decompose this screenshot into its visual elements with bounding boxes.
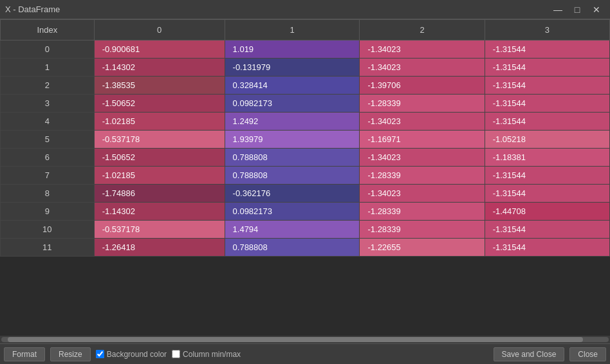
data-cell[interactable]: -1.05218: [485, 131, 609, 149]
scrollbar-thumb[interactable]: [8, 337, 583, 342]
table-row: 11-1.264180.788808-1.22655-1.31544: [1, 239, 610, 257]
data-cell[interactable]: -1.31544: [485, 95, 609, 113]
column-minmax-label: Column min/max: [183, 350, 241, 359]
index-cell: 3: [1, 95, 95, 113]
data-cell[interactable]: -1.34023: [360, 185, 485, 203]
data-cell[interactable]: -1.28339: [360, 167, 485, 185]
data-cell[interactable]: -1.14302: [94, 203, 225, 221]
minimize-button[interactable]: —: [550, 3, 566, 17]
data-cell[interactable]: -1.44708: [485, 203, 609, 221]
data-cell[interactable]: -0.537178: [94, 221, 225, 239]
index-cell: 0: [1, 41, 95, 59]
format-button[interactable]: Format: [4, 347, 45, 361]
data-cell[interactable]: 1.93979: [225, 131, 360, 149]
data-cell[interactable]: 0.788808: [225, 239, 360, 257]
data-cell[interactable]: -1.34023: [360, 41, 485, 59]
data-cell[interactable]: -1.28339: [360, 95, 485, 113]
column-minmax-checkbox[interactable]: [172, 350, 180, 358]
resize-button[interactable]: Resize: [50, 347, 91, 361]
maximize-button[interactable]: □: [569, 3, 586, 17]
data-cell[interactable]: -1.31544: [485, 113, 609, 131]
column-minmax-checkbox-label[interactable]: Column min/max: [172, 350, 241, 359]
data-cell[interactable]: -1.18381: [485, 149, 609, 167]
data-cell[interactable]: -1.38535: [94, 77, 225, 95]
table-row: 0-0.9006811.019-1.34023-1.31544: [1, 41, 610, 59]
data-cell[interactable]: -1.31544: [485, 59, 609, 77]
bottom-bar: Format Resize Background color Column mi…: [0, 343, 610, 364]
data-cell[interactable]: -1.26418: [94, 239, 225, 257]
background-color-checkbox[interactable]: [96, 350, 104, 358]
index-cell: 11: [1, 239, 95, 257]
data-cell[interactable]: 0.328414: [225, 77, 360, 95]
data-cell[interactable]: -0.900681: [94, 41, 225, 59]
data-cell[interactable]: -1.34023: [360, 59, 485, 77]
table-header-row: Index 0 1 2 3: [1, 20, 610, 41]
dataframe-table-container[interactable]: Index 0 1 2 3 0-0.9006811.019-1.34023-1.…: [0, 19, 610, 336]
close-button[interactable]: Close: [569, 347, 606, 361]
save-close-button[interactable]: Save and Close: [494, 347, 565, 361]
index-cell: 6: [1, 149, 95, 167]
data-cell[interactable]: -1.28339: [360, 203, 485, 221]
index-cell: 7: [1, 167, 95, 185]
table-row: 3-1.506520.0982173-1.28339-1.31544: [1, 95, 610, 113]
data-cell[interactable]: -1.34023: [360, 113, 485, 131]
col-header-0: 0: [94, 20, 225, 41]
background-color-label: Background color: [107, 350, 167, 359]
data-cell[interactable]: -0.131979: [225, 59, 360, 77]
index-cell: 5: [1, 131, 95, 149]
index-cell: 9: [1, 203, 95, 221]
main-content: Index 0 1 2 3 0-0.9006811.019-1.34023-1.…: [0, 19, 610, 343]
data-cell[interactable]: 0.0982173: [225, 203, 360, 221]
index-cell: 4: [1, 113, 95, 131]
data-cell[interactable]: -1.50652: [94, 149, 225, 167]
data-cell[interactable]: -1.14302: [94, 59, 225, 77]
scrollbar-track[interactable]: [1, 337, 609, 342]
table-row: 5-0.5371781.93979-1.16971-1.05218: [1, 131, 610, 149]
data-cell[interactable]: 0.788808: [225, 149, 360, 167]
data-cell[interactable]: -1.28339: [360, 221, 485, 239]
background-color-checkbox-label[interactable]: Background color: [96, 350, 167, 359]
data-cell[interactable]: -1.02185: [94, 167, 225, 185]
data-cell[interactable]: -1.39706: [360, 77, 485, 95]
table-row: 4-1.021851.2492-1.34023-1.31544: [1, 113, 610, 131]
scrollbar-area[interactable]: [0, 336, 610, 343]
data-cell[interactable]: 1.019: [225, 41, 360, 59]
data-cell[interactable]: -1.74886: [94, 185, 225, 203]
data-cell[interactable]: 0.0982173: [225, 95, 360, 113]
data-cell[interactable]: -1.31544: [485, 167, 609, 185]
col-header-2: 2: [360, 20, 485, 41]
data-cell[interactable]: 0.788808: [225, 167, 360, 185]
index-cell: 8: [1, 185, 95, 203]
data-cell[interactable]: 1.4794: [225, 221, 360, 239]
data-cell[interactable]: -1.50652: [94, 95, 225, 113]
data-cell[interactable]: -1.16971: [360, 131, 485, 149]
data-cell[interactable]: -0.362176: [225, 185, 360, 203]
table-row: 1-1.14302-0.131979-1.34023-1.31544: [1, 59, 610, 77]
index-cell: 1: [1, 59, 95, 77]
index-cell: 10: [1, 221, 95, 239]
index-cell: 2: [1, 77, 95, 95]
data-cell[interactable]: -0.537178: [94, 131, 225, 149]
data-cell[interactable]: -1.31544: [485, 185, 609, 203]
data-cell[interactable]: -1.34023: [360, 149, 485, 167]
col-header-3: 3: [485, 20, 609, 41]
table-row: 2-1.385350.328414-1.39706-1.31544: [1, 77, 610, 95]
col-header-1: 1: [225, 20, 360, 41]
data-cell[interactable]: -1.31544: [485, 77, 609, 95]
table-row: 6-1.506520.788808-1.34023-1.18381: [1, 149, 610, 167]
table-row: 7-1.021850.788808-1.28339-1.31544: [1, 167, 610, 185]
table-row: 10-0.5371781.4794-1.28339-1.31544: [1, 221, 610, 239]
close-window-button[interactable]: ✕: [588, 3, 605, 17]
data-cell[interactable]: 1.2492: [225, 113, 360, 131]
data-cell[interactable]: -1.31544: [485, 239, 609, 257]
table-row: 8-1.74886-0.362176-1.34023-1.31544: [1, 185, 610, 203]
data-cell[interactable]: -1.02185: [94, 113, 225, 131]
index-header: Index: [1, 20, 95, 41]
data-cell[interactable]: -1.31544: [485, 221, 609, 239]
data-cell[interactable]: -1.31544: [485, 41, 609, 59]
window-controls: — □ ✕: [550, 3, 605, 17]
window-title: X - DataFrame: [5, 5, 60, 14]
data-cell[interactable]: -1.22655: [360, 239, 485, 257]
titlebar: X - DataFrame — □ ✕: [0, 0, 610, 19]
dataframe-table: Index 0 1 2 3 0-0.9006811.019-1.34023-1.…: [0, 19, 610, 257]
